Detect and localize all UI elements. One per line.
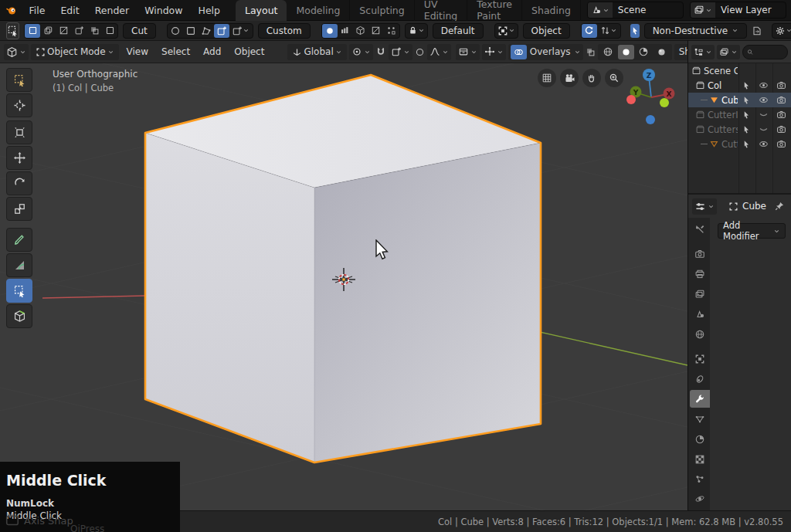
texture-tab[interactable]	[690, 450, 710, 468]
selectable-toggle[interactable]	[738, 122, 755, 137]
tool-options-dropdown[interactable]	[772, 23, 791, 39]
sort-dropdown[interactable]	[597, 24, 620, 38]
cutter-mode-field[interactable]: Cut	[123, 23, 156, 39]
snap-target-dropdown[interactable]	[389, 44, 412, 60]
move-tool-button[interactable]	[6, 146, 32, 170]
shape-box-button[interactable]	[183, 24, 199, 38]
shape-picker-dropdown[interactable]	[229, 24, 253, 38]
rendered-shading-button[interactable]	[654, 45, 670, 59]
workspace-tab-shading[interactable]: Shading	[522, 0, 581, 21]
cutter-behavior-inset-button[interactable]	[56, 24, 71, 38]
export-shape-button[interactable]	[752, 24, 762, 38]
cursor-tool-button[interactable]	[6, 93, 32, 117]
rotate-tool-button[interactable]	[6, 171, 32, 195]
proportional-edit-button[interactable]	[415, 45, 425, 59]
outliner-row-cube[interactable]: Cube	[688, 93, 791, 107]
workspace-tab-sculpting[interactable]: Sculpting	[350, 0, 414, 21]
view-layer-tab[interactable]	[690, 286, 710, 303]
recall-button[interactable]	[582, 24, 597, 38]
object-visibility-dropdown[interactable]	[456, 44, 480, 60]
physics-tab[interactable]	[690, 490, 710, 508]
workspace-tab-uv-editing[interactable]: UV Editing	[415, 0, 468, 21]
add-menu[interactable]: Add	[198, 46, 226, 57]
cutter-behavior-join-button[interactable]	[71, 24, 87, 38]
wireframe-shading-button[interactable]	[600, 45, 616, 59]
world-tab[interactable]	[690, 326, 710, 344]
gizmo-y-negative-ball[interactable]	[660, 98, 669, 107]
gizmo-z-negative-ball[interactable]	[646, 115, 655, 124]
outliner-search-input[interactable]	[755, 47, 783, 56]
boxcutter-tool-button[interactable]	[6, 279, 32, 303]
selectable-toggle[interactable]	[738, 137, 755, 151]
render-toggle[interactable]	[772, 107, 791, 122]
hide-toggle[interactable]	[755, 122, 772, 137]
scene-tab[interactable]	[690, 306, 710, 324]
xray-toggle-button[interactable]	[586, 45, 596, 59]
cutter-behavior-make-button[interactable]	[102, 24, 117, 38]
gizmo-x-negative-ball[interactable]	[626, 95, 636, 104]
zoom-view-button[interactable]	[605, 69, 623, 87]
menu-render[interactable]: Render	[87, 0, 137, 21]
outliner-display-mode-dropdown[interactable]	[691, 45, 715, 59]
selectable-toggle[interactable]	[738, 78, 755, 93]
shading-dropdown[interactable]: Shading	[674, 44, 687, 60]
proportional-falloff-dropdown[interactable]	[427, 44, 451, 60]
select-box-tool-button[interactable]	[6, 68, 32, 92]
tool-tab[interactable]	[690, 221, 710, 239]
add-modifier-button[interactable]: Add Modifier	[718, 223, 786, 239]
render-toggle[interactable]	[772, 122, 791, 137]
modifiers-tab[interactable]	[690, 390, 710, 408]
editor-type-dropdown[interactable]	[4, 44, 29, 60]
hops-tool-button[interactable]	[6, 304, 32, 328]
view-layer-browse-button[interactable]	[691, 2, 715, 18]
render-tab[interactable]	[690, 246, 710, 263]
menu-help[interactable]: Help	[190, 0, 228, 21]
object-tab[interactable]	[690, 351, 710, 368]
workspace-tab-modeling[interactable]: Modeling	[287, 0, 350, 21]
destructive-mode-dropdown[interactable]: Non-Destructive	[644, 23, 748, 39]
outliner-row-col[interactable]: Col	[688, 78, 791, 93]
outliner-filter-dropdown[interactable]	[717, 45, 740, 59]
pin-icon[interactable]	[774, 201, 785, 212]
menu-window[interactable]: Window	[137, 0, 190, 21]
transform-orientation-dropdown[interactable]: Global	[287, 44, 346, 60]
lock-dropdown[interactable]	[405, 23, 428, 39]
shape-ngon-button[interactable]	[199, 24, 214, 38]
overlays-toggle-button[interactable]	[511, 45, 527, 59]
measure-tool-button[interactable]	[6, 253, 32, 277]
view-layer-name[interactable]: View Layer	[715, 5, 786, 15]
gizmos-dropdown[interactable]	[482, 44, 506, 60]
menu-file[interactable]: File	[22, 0, 53, 21]
camera-view-button[interactable]	[560, 69, 579, 87]
outliner-row-cutter0[interactable]: Cutter.0	[688, 137, 791, 151]
array-option-button[interactable]	[338, 24, 353, 38]
behavior-preset-field[interactable]: Default	[433, 23, 484, 39]
properties-editor-type-dropdown[interactable]	[692, 198, 717, 215]
render-toggle[interactable]	[772, 137, 791, 151]
annotate-tool-button[interactable]	[6, 228, 32, 252]
scale-tool-button[interactable]	[6, 197, 32, 221]
bevel-option-button[interactable]	[368, 24, 384, 38]
solid-shading-button[interactable]	[618, 45, 634, 59]
shape-custom-button[interactable]	[214, 24, 229, 38]
output-tab[interactable]	[690, 266, 710, 283]
outliner-row-scene-collection[interactable]: Scene Collection	[688, 63, 791, 78]
orthographic-grid-button[interactable]	[538, 69, 556, 87]
outliner-row-cutterideas[interactable]: CutterIdeas	[688, 107, 791, 122]
outliner-search[interactable]	[742, 45, 788, 59]
cutter-behavior-knife-button[interactable]	[87, 24, 102, 38]
object-menu[interactable]: Object	[229, 46, 270, 57]
pivot-dropdown[interactable]	[494, 23, 518, 39]
mode-dropdown[interactable]: Object Mode	[31, 44, 119, 60]
transform-tool-button[interactable]	[6, 120, 32, 144]
hide-toggle[interactable]	[755, 107, 772, 122]
pivot-point-dropdown[interactable]	[349, 44, 373, 60]
material-shading-button[interactable]	[636, 45, 652, 59]
menu-edit[interactable]: Edit	[53, 0, 87, 21]
hide-toggle[interactable]	[755, 93, 772, 107]
select-menu[interactable]: Select	[156, 46, 195, 57]
hide-toggle[interactable]	[755, 137, 772, 151]
active-tool-button[interactable]	[6, 22, 19, 39]
solver-live-button[interactable]	[322, 24, 338, 38]
solidify-option-button[interactable]	[353, 24, 368, 38]
